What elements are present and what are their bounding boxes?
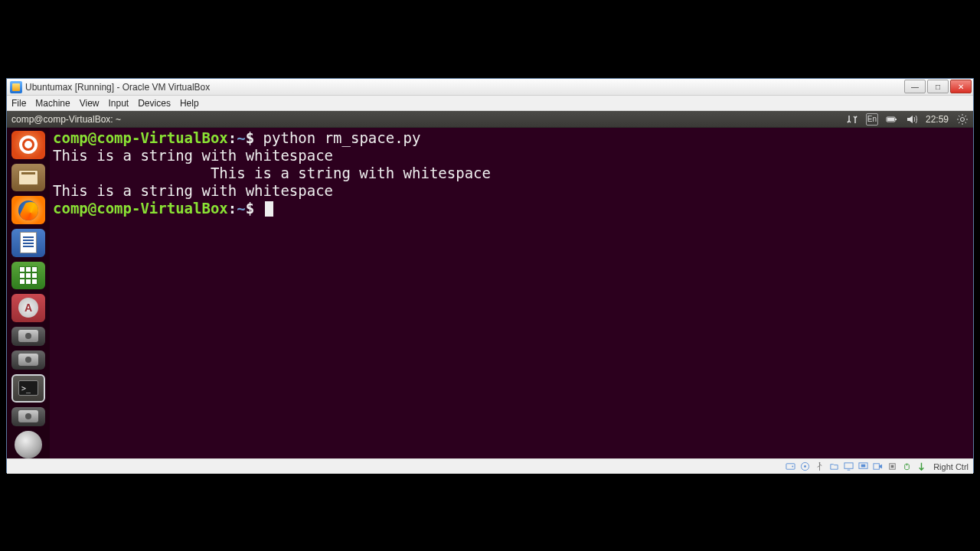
indicator-area: En 22:59 [846, 113, 969, 126]
menu-file[interactable]: File [11, 98, 26, 109]
disk-icon [18, 410, 38, 422]
host-key-label: Right Ctrl [933, 462, 969, 471]
launcher-disk-1[interactable] [11, 327, 45, 346]
virtualbox-icon [10, 81, 22, 93]
launcher-drive[interactable] [11, 431, 45, 458]
menu-bar: File Machine View Input Devices Help [7, 96, 973, 111]
launcher-files[interactable] [11, 164, 45, 192]
terminal-output-line: This is a string with whitespace [53, 182, 333, 199]
launcher-calc[interactable] [11, 262, 45, 290]
svg-rect-11 [861, 465, 866, 468]
language-indicator[interactable]: En [866, 113, 878, 126]
prompt-user: comp@comp-VirtualBox [53, 129, 228, 146]
launcher-disk-2[interactable] [11, 350, 45, 370]
close-button[interactable]: ✕ [950, 80, 972, 93]
prompt-path: ~ [237, 129, 245, 146]
firefox-icon [18, 201, 38, 220]
files-icon [18, 170, 38, 185]
virtualbox-status-bar: Right Ctrl [7, 458, 973, 474]
menu-input[interactable]: Input [109, 98, 129, 109]
launcher-writer[interactable] [11, 229, 45, 257]
svg-rect-9 [844, 463, 853, 468]
svg-rect-14 [891, 465, 894, 468]
optical-drive-icon [15, 431, 42, 458]
prompt-user: comp@comp-VirtualBox [53, 200, 228, 217]
terminal-icon: >_ [18, 380, 38, 396]
launcher-firefox[interactable] [11, 196, 45, 224]
volume-icon[interactable] [906, 113, 918, 126]
guest-display: A >_ comp@comp-VirtualBox:~$ python rm_s… [7, 128, 973, 458]
status-usb-icon[interactable] [814, 461, 825, 472]
svg-rect-12 [874, 464, 879, 469]
status-recording-icon[interactable] [872, 461, 884, 472]
terminal-command: python rm_space.py [263, 129, 421, 146]
launcher-software[interactable]: A [11, 294, 45, 322]
svg-point-7 [804, 465, 806, 468]
disk-icon [18, 330, 38, 342]
software-icon: A [18, 298, 38, 318]
unity-launcher: A >_ [7, 128, 50, 458]
spreadsheet-icon [19, 266, 38, 285]
terminal-output-line: This is a string with whitespace [53, 165, 491, 181]
ubuntu-top-panel: comp@comp-VirtualBox: ~ En 22:59 [7, 111, 973, 128]
disk-icon [18, 354, 38, 366]
status-cpu-icon[interactable] [887, 461, 898, 472]
document-icon [20, 232, 37, 253]
settings-gear-icon[interactable] [956, 113, 969, 126]
battery-icon[interactable] [886, 113, 898, 126]
svg-rect-1 [895, 119, 897, 120]
status-shared-folder-icon[interactable] [828, 461, 840, 472]
svg-point-8 [819, 462, 821, 464]
status-key-icon[interactable] [916, 461, 927, 472]
status-display2-icon[interactable] [858, 461, 869, 472]
clock[interactable]: 22:59 [926, 114, 949, 125]
minimize-button[interactable]: — [904, 80, 926, 93]
maximize-button[interactable]: □ [927, 80, 949, 93]
status-harddisk-icon[interactable] [785, 461, 796, 472]
menu-view[interactable]: View [80, 98, 100, 109]
status-mouse-icon[interactable] [901, 461, 913, 472]
network-icon[interactable] [846, 113, 858, 126]
status-optical-icon[interactable] [799, 461, 811, 472]
window-title: Ubuntumax [Running] - Oracle VM VirtualB… [25, 82, 210, 93]
svg-rect-2 [887, 118, 894, 121]
svg-point-5 [792, 466, 794, 468]
terminal-window-title: comp@comp-VirtualBox: ~ [11, 114, 121, 125]
ubuntu-logo-icon [19, 135, 38, 154]
launcher-terminal[interactable]: >_ [11, 374, 45, 403]
menu-machine[interactable]: Machine [35, 98, 70, 109]
terminal-cursor [265, 201, 273, 217]
launcher-dash[interactable] [11, 131, 45, 159]
virtualbox-window: Ubuntumax [Running] - Oracle VM VirtualB… [6, 78, 974, 473]
prompt-path: ~ [237, 200, 245, 217]
menu-help[interactable]: Help [180, 98, 199, 109]
terminal-output-line: This is a string with whitespace [53, 147, 333, 164]
svg-rect-4 [786, 464, 795, 469]
svg-point-3 [961, 117, 965, 121]
status-display-icon[interactable] [843, 461, 854, 472]
terminal-body[interactable]: comp@comp-VirtualBox:~$ python rm_space.… [50, 128, 973, 458]
window-titlebar[interactable]: Ubuntumax [Running] - Oracle VM VirtualB… [7, 79, 973, 96]
launcher-disk-3[interactable] [11, 407, 45, 426]
menu-devices[interactable]: Devices [138, 98, 171, 109]
